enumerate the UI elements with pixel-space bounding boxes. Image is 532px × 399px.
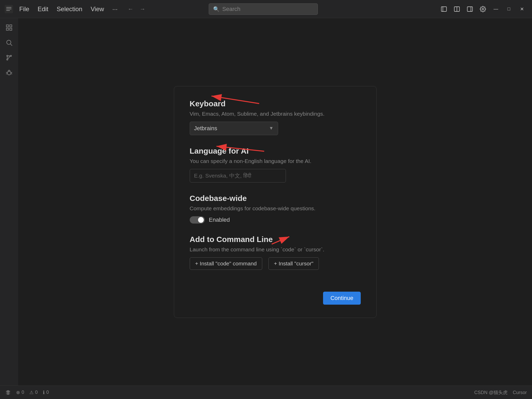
errors-indicator[interactable]: ⊗ 0	[16, 390, 24, 395]
search-placeholder-text: Search	[222, 6, 240, 12]
language-input[interactable]	[190, 169, 286, 182]
error-icon: ⊗	[16, 390, 20, 395]
maximize-button[interactable]: □	[503, 3, 515, 15]
svg-point-17	[7, 55, 8, 57]
info-indicator[interactable]: ℹ 0	[43, 390, 49, 395]
warning-icon: ⚠	[29, 390, 34, 395]
svg-point-19	[7, 59, 8, 60]
keyboard-section: Keyboard Vim, Emacs, Atom, Sublime, and …	[190, 99, 361, 135]
window-controls: — □ ✕	[438, 3, 528, 15]
keyboard-selected-value: Jetbrains	[194, 125, 217, 132]
continue-row: Continue	[190, 292, 361, 305]
svg-rect-8	[467, 7, 472, 11]
command-buttons: + Install "code" command + Install "curs…	[190, 257, 361, 270]
main-area: Keyboard Vim, Emacs, Atom, Sublime, and …	[0, 18, 532, 385]
svg-rect-11	[6, 25, 9, 27]
menu-edit[interactable]: Edit	[34, 4, 52, 14]
cursor-label: Cursor	[513, 390, 527, 395]
debug-button[interactable]	[2, 66, 16, 80]
editor-area: Keyboard Vim, Emacs, Atom, Sublime, and …	[18, 18, 532, 385]
menu-file[interactable]: File	[16, 4, 33, 14]
svg-point-15	[7, 40, 11, 44]
dropdown-arrow-icon: ▼	[269, 126, 274, 131]
svg-rect-4	[441, 7, 446, 11]
explorer-button[interactable]	[2, 21, 16, 34]
command-line-section: Add to Command Line Launch from the comm…	[190, 235, 361, 270]
branding-text: CSDN @猫头虎	[474, 390, 508, 395]
activity-bar	[0, 18, 18, 385]
toggle-label: Enabled	[209, 217, 230, 223]
svg-point-18	[10, 55, 12, 57]
svg-line-22	[8, 56, 10, 59]
info-count: 0	[46, 390, 49, 395]
svg-line-16	[10, 44, 12, 45]
info-icon: ℹ	[43, 390, 45, 395]
error-count: 0	[22, 390, 24, 395]
settings-dialog: Keyboard Vim, Emacs, Atom, Sublime, and …	[174, 86, 377, 318]
svg-rect-12	[10, 25, 12, 27]
minimize-button[interactable]: —	[490, 3, 502, 15]
sidebar-right-toggle[interactable]	[464, 3, 476, 15]
menu-view[interactable]: View	[87, 4, 108, 14]
statusbar-branding: CSDN @猫头虎 Cursor	[474, 389, 527, 396]
toggle-thumb	[198, 217, 204, 223]
svg-rect-3	[6, 10, 10, 11]
statusbar: ⊗ 0 ⚠ 0 ℹ 0 CSDN @猫头虎 Cursor	[0, 385, 532, 399]
search-bar[interactable]: 🔍 Search	[209, 3, 318, 15]
git-button[interactable]	[2, 51, 16, 64]
toggle-row: Enabled	[190, 216, 361, 224]
menu-selection[interactable]: Selection	[53, 4, 86, 14]
continue-button[interactable]: Continue	[323, 292, 360, 305]
svg-line-26	[6, 74, 7, 74]
codebase-desc: Compute embeddings for codebase-wide que…	[190, 205, 361, 212]
nav-buttons: ← →	[125, 4, 148, 14]
back-button[interactable]: ←	[125, 4, 136, 14]
statusbar-left: ⊗ 0 ⚠ 0 ℹ 0	[5, 390, 49, 395]
search-button[interactable]	[2, 36, 16, 49]
svg-point-10	[482, 8, 484, 10]
keyboard-dropdown[interactable]: Jetbrains ▼	[190, 122, 278, 135]
install-code-button[interactable]: + Install "code" command	[190, 257, 262, 270]
forward-button[interactable]: →	[137, 4, 148, 14]
svg-line-25	[11, 72, 12, 73]
svg-rect-1	[6, 7, 11, 8]
menu-more[interactable]: ···	[109, 4, 121, 14]
app-logo	[4, 4, 14, 14]
command-desc: Launch from the command line using `code…	[190, 246, 361, 253]
close-button[interactable]: ✕	[516, 3, 528, 15]
keyboard-title: Keyboard	[190, 99, 361, 108]
language-section: Language for AI You can specify a non-En…	[190, 147, 361, 182]
svg-line-24	[6, 72, 7, 73]
codebase-toggle[interactable]	[190, 216, 205, 224]
svg-line-27	[11, 74, 12, 74]
codebase-title: Codebase-wide	[190, 194, 361, 203]
language-title: Language for AI	[190, 147, 361, 155]
settings-button[interactable]	[477, 3, 489, 15]
sidebar-left-toggle[interactable]	[438, 3, 450, 15]
warnings-indicator[interactable]: ⚠ 0	[29, 390, 38, 395]
editor-layout-toggle[interactable]	[451, 3, 463, 15]
statusbar-logo	[5, 390, 11, 395]
search-icon: 🔍	[213, 6, 220, 12]
command-title: Add to Command Line	[190, 235, 361, 244]
install-cursor-button[interactable]: + Install "cursor"	[268, 257, 319, 270]
language-desc: You can specify a non-English language f…	[190, 158, 361, 164]
svg-point-23	[7, 71, 11, 75]
svg-rect-14	[10, 28, 12, 30]
svg-rect-2	[6, 9, 11, 9]
codebase-section: Codebase-wide Compute embeddings for cod…	[190, 194, 361, 224]
warning-count: 0	[35, 390, 38, 395]
menu-bar: File Edit Selection View ···	[16, 4, 121, 14]
svg-rect-13	[6, 28, 9, 30]
keyboard-desc: Vim, Emacs, Atom, Sublime, and Jetbrains…	[190, 111, 361, 117]
titlebar: File Edit Selection View ··· ← → 🔍 Searc…	[0, 0, 532, 18]
